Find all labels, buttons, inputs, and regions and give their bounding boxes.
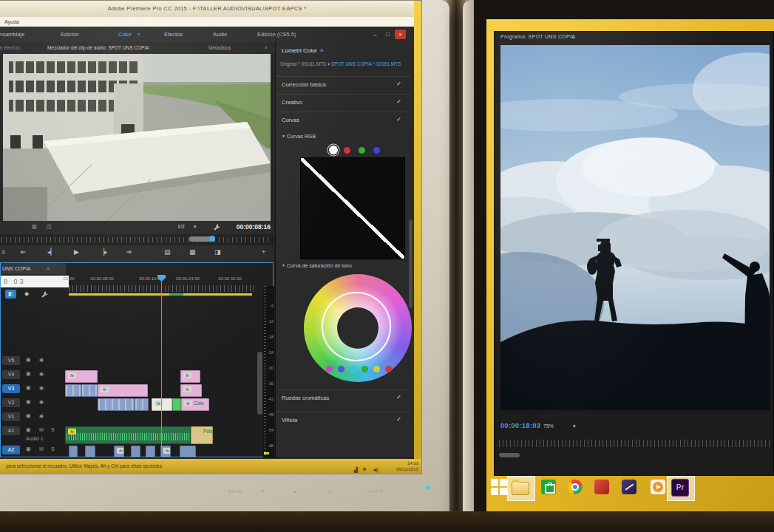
section-enabled-check-icon[interactable]: ✓ [396, 116, 401, 123]
volume-icon[interactable]: ◀) [373, 463, 378, 474]
timeline-clip[interactable] [135, 398, 149, 411]
wrench-icon[interactable] [213, 224, 220, 231]
track-header-v3[interactable]: V3 [2, 384, 20, 393]
playback-resolution-dropdown[interactable]: 1/2 [177, 224, 185, 229]
source-playhead-handle[interactable] [209, 236, 215, 242]
work-area-bar[interactable] [69, 293, 252, 296]
source-mini-ruler[interactable] [0, 234, 274, 245]
rgb-curve-editor[interactable] [300, 157, 405, 259]
program-timecode[interactable]: 00:00:18:03 [500, 422, 541, 429]
timeline-clip[interactable]: fx [65, 426, 191, 444]
sync-lock-icon[interactable]: ▣ [26, 371, 31, 377]
timeline-clip[interactable] [146, 446, 155, 457]
section-enabled-check-icon[interactable]: ✓ [396, 98, 401, 105]
dropdown-arrow-icon[interactable]: ▾ [327, 61, 330, 66]
step-back-icon[interactable]: ◂▏ [47, 248, 55, 256]
curve-channel-dot[interactable] [373, 147, 380, 154]
premiere-title-bar[interactable]: Adobe Premiere Pro CC 2015 - F:\TALLER A… [0, 1, 414, 17]
media-player-icon[interactable] [651, 479, 667, 495]
curve-channel-dot[interactable] [344, 147, 350, 154]
hue-swatch-dot[interactable] [373, 366, 380, 372]
timeline-timecode-field[interactable]: 8 03 [1, 276, 69, 287]
lift-icon[interactable]: ▤ [164, 248, 171, 256]
sync-lock-icon[interactable]: ▣ [26, 357, 31, 363]
workspace-tab-edici-n-cs5-5[interactable]: Edición (CS5.5) [257, 27, 296, 42]
premiere-pro-icon[interactable]: Pr [671, 479, 688, 495]
timeline-clip[interactable] [85, 446, 95, 457]
hue-saturation-wheel[interactable] [304, 274, 412, 382]
timeline-clip[interactable]: Poté [191, 426, 213, 444]
tab-overflow-icon[interactable]: » [265, 42, 268, 54]
timeline-clip[interactable]: fx [114, 446, 124, 457]
mute-toggle[interactable]: M [39, 446, 44, 451]
fit-icon[interactable]: ◫ [47, 224, 52, 230]
close-button[interactable]: × [395, 30, 406, 39]
section-enabled-check-icon[interactable]: ✓ [396, 81, 401, 87]
timeline-clip[interactable]: fx [152, 398, 172, 411]
hue-swatch-dot[interactable] [385, 366, 392, 372]
track-header-v5[interactable]: V5 [2, 356, 20, 365]
toggle-track-output-icon[interactable]: ◉ [39, 385, 44, 391]
hue-swatch-dot[interactable] [326, 366, 333, 372]
dropdown-arrow-icon[interactable]: ▾ [194, 224, 197, 230]
play-icon[interactable]: ▶ [74, 248, 79, 256]
timeline-clip[interactable] [69, 446, 78, 457]
workspace-tab-efectos[interactable]: Efectos [164, 27, 183, 42]
timeline-clip[interactable]: fxColo [181, 398, 209, 411]
zoom-level-dropdown[interactable]: 75% [543, 423, 554, 429]
workspace-tab-ensamblaje[interactable]: Ensamblaje [0, 27, 24, 42]
snap-toggle-icon[interactable]: ◧ [5, 290, 16, 299]
step-forward-icon[interactable]: ▕▸ [99, 248, 107, 256]
sync-lock-icon[interactable]: ▣ [26, 446, 31, 452]
extract-icon[interactable]: ▦ [189, 248, 196, 256]
timeline-clip[interactable]: fx [65, 370, 98, 383]
tab-effect-controls-partial[interactable]: e efectos [0, 42, 19, 54]
hue-swatch-dot[interactable] [361, 366, 368, 372]
program-scrollbar[interactable] [499, 453, 520, 457]
source-timecode[interactable]: 00:00:08:16 [237, 223, 271, 231]
curve-channel-dot[interactable] [359, 147, 365, 154]
timeline-clip[interactable] [172, 398, 181, 411]
go-to-in-icon[interactable]: ⇤ [21, 248, 27, 256]
track-header-v4[interactable]: V4 [2, 370, 20, 379]
minimize-button[interactable]: – [370, 30, 381, 39]
lumetri-clip-selector[interactable]: Original * 00161.MTS ▾ SPOT UNS COPIA * … [280, 61, 401, 67]
solo-toggle[interactable]: S [51, 446, 55, 451]
panel-menu-icon[interactable]: ≡ [571, 34, 575, 41]
clock[interactable]: 14:03 09/12/2015 [396, 460, 418, 472]
menu-item-ayuda[interactable]: Ayuda [4, 17, 19, 27]
lumetri-section-curvas[interactable]: Curvas✓ [276, 112, 410, 130]
curves-rgb-header[interactable]: ▼ Curvas RGB [282, 134, 316, 139]
lumetri-section-ruedas-crom-ticas[interactable]: Ruedas cromáticas✓ [276, 389, 410, 408]
program-mini-ruler[interactable] [499, 440, 770, 447]
toggle-track-output-icon[interactable]: ◉ [39, 357, 44, 363]
go-to-out-icon[interactable]: ⇥ [126, 248, 132, 256]
workspace-tab-color[interactable]: Color≡ [118, 27, 132, 42]
track-header-a1[interactable]: A1 [2, 426, 20, 435]
toggle-track-output-icon[interactable]: ◉ [39, 413, 44, 419]
tab-metadata[interactable]: Metadatos [208, 42, 231, 54]
timeline-sequence-tab[interactable]: UNS COPIA ≡ [1, 263, 66, 274]
timeline-clip[interactable] [180, 446, 196, 457]
track-header-v2[interactable]: V2 [2, 398, 20, 407]
chrome-icon[interactable] [568, 479, 584, 495]
add-button[interactable]: + [262, 248, 265, 256]
workspace-tab-audio[interactable]: Audio [213, 27, 227, 42]
toggle-track-output-icon[interactable]: ◉ [39, 399, 44, 405]
timeline-clip[interactable] [131, 446, 140, 457]
timeline-clip[interactable]: fx [180, 384, 202, 397]
windows-store-icon[interactable] [541, 479, 557, 495]
track-header-v1[interactable]: V1 [2, 412, 20, 421]
panel-menu-icon[interactable]: ≡ [1, 248, 5, 256]
section-enabled-check-icon[interactable]: ✓ [396, 416, 401, 423]
timeline-clip[interactable]: fx [160, 446, 171, 457]
playhead-line[interactable] [161, 275, 162, 457]
timeline-clip[interactable] [65, 384, 81, 397]
active-tab-menu-icon[interactable]: ≡ [138, 27, 140, 42]
start-button[interactable] [491, 479, 507, 495]
flag-icon[interactable]: ⚑ [362, 463, 367, 474]
program-monitor-title[interactable]: Programa: SPOT UNS COPIA [500, 34, 575, 39]
timeline-clip[interactable]: fx [180, 370, 200, 383]
track-header-a2[interactable]: A2 [2, 446, 20, 454]
timeline-clip[interactable]: fx [98, 384, 148, 397]
